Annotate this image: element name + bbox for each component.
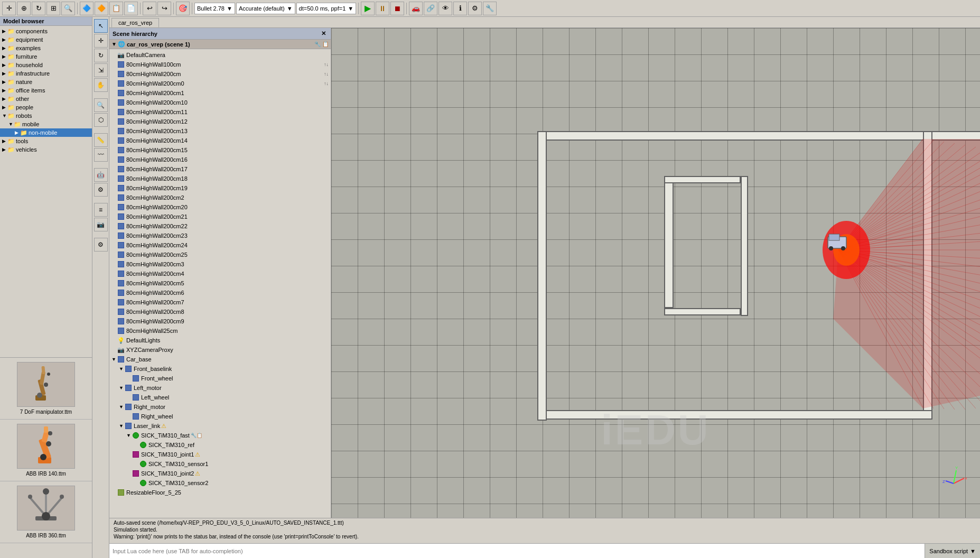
toolbar-btn-add-object[interactable]: 🔷 <box>80 2 94 15</box>
toolbar-btn-rotate[interactable]: ↻ <box>32 2 45 15</box>
scene-item-80cmHighWall200cm1[interactable]: 80cmHighWall200cm1 <box>109 88 331 98</box>
toolbar-btn-cursor[interactable]: ✛ <box>2 2 16 15</box>
tree-item-mobile[interactable]: ▼📁mobile <box>0 120 92 128</box>
robot-item-abb360[interactable]: ABB IRB 360.ttm <box>0 481 92 543</box>
scene-item-80cmHighWall200cm11[interactable]: 80cmHighWall200cm11 <box>109 107 331 117</box>
scene-tree[interactable]: 📷DefaultCamera80cmHighWall100cm↑↓80cmHig… <box>109 49 331 518</box>
tree-item-vehicles[interactable]: ▶📁vehicles <box>0 145 92 154</box>
scene-item-80cmHighWall200cm3[interactable]: 80cmHighWall200cm3 <box>109 259 331 269</box>
tree-item-infrastructure[interactable]: ▶📁infrastructure <box>0 69 92 78</box>
scene-item-80cmHighWall200cm7[interactable]: 80cmHighWall200cm7 <box>109 297 331 307</box>
tree-item-office-items[interactable]: ▶📁office items <box>0 86 92 95</box>
scene-item-80cmHighWall200cm0[interactable]: 80cmHighWall200cm0↑↓ <box>109 79 331 88</box>
scene-item-80cmHighWall200cm15[interactable]: 80cmHighWall200cm15 <box>109 145 331 155</box>
scene-item-Right_motor[interactable]: ▼Right_motor <box>109 402 331 412</box>
toolbar-btn-info[interactable]: ℹ <box>453 2 467 15</box>
scene-item-80cmHighWall200cm19[interactable]: 80cmHighWall200cm19 <box>109 183 331 193</box>
scene-item-DefaultCamera[interactable]: 📷DefaultCamera <box>109 50 331 60</box>
scene-item-SICK_TiM310_joint2[interactable]: SICK_TiM310_joint2⚠ <box>109 469 331 478</box>
scene-item-SICK_TiM310_fast[interactable]: ▼SICK_TiM310_fast🔧📋 <box>109 431 331 440</box>
scene-root-row[interactable]: ▼ 🌐 car_ros_vrep (scene 1) 🔧 📋 <box>109 40 331 49</box>
scene-item-80cmHighWall200cm22[interactable]: 80cmHighWall200cm22 <box>109 221 331 231</box>
lua-code-input[interactable] <box>109 544 925 558</box>
main-viewport[interactable]: Selected objects: 0 Simulation time: 00:… <box>331 28 980 518</box>
tree-item-nature[interactable]: ▶📁nature <box>0 78 92 86</box>
scene-item-SICK_TiM310_ref[interactable]: SICK_TiM310_ref <box>109 440 331 450</box>
tree-item-non-mobile[interactable]: ▶📁non-mobile <box>0 128 92 137</box>
scene-item-80cmHighWall200cm4[interactable]: 80cmHighWall200cm4 <box>109 269 331 278</box>
toolbar-bullet-dropdown[interactable]: Bullet 2.78 ▼ <box>194 3 235 14</box>
toolbar-stop-btn[interactable]: ⏹ <box>390 2 404 15</box>
icon-btn-move[interactable]: ✛ <box>94 34 108 48</box>
tree-item-components[interactable]: ▶📁components <box>0 27 92 35</box>
scene-item-80cmHighWall200cm8[interactable]: 80cmHighWall200cm8 <box>109 307 331 317</box>
toolbar-btn-settings[interactable]: ⚙ <box>468 2 482 15</box>
toolbar-btn-undo[interactable]: ↩ <box>143 2 156 15</box>
scene-hierarchy-close[interactable]: ✕ <box>320 30 328 38</box>
scene-item-80cmHighWall200cm9[interactable]: 80cmHighWall200cm9 <box>109 317 331 326</box>
toolbar-btn-select[interactable]: 🔍 <box>61 2 75 15</box>
tree-item-examples[interactable]: ▶📁examples <box>0 44 92 52</box>
scene-item-Left_motor[interactable]: ▼Left_motor <box>109 383 331 393</box>
icon-btn-camera[interactable]: 📷 <box>94 218 108 231</box>
scene-item-80cmHighWall200cm17[interactable]: 80cmHighWall200cm17 <box>109 164 331 174</box>
icon-btn-rotate[interactable]: ↻ <box>94 49 108 62</box>
icon-btn-settings2[interactable]: ⚙ <box>94 238 108 252</box>
toolbar-btn-move[interactable]: ⊕ <box>17 2 31 15</box>
scene-item-SICK_TiM310_sensor2[interactable]: SICK_TiM310_sensor2 <box>109 478 331 488</box>
tree-item-furniture[interactable]: ▶📁furniture <box>0 52 92 61</box>
scene-item-Front_baselink[interactable]: ▼Front_baselink <box>109 364 331 374</box>
scene-item-80cmHighWall200cm20[interactable]: 80cmHighWall200cm20 <box>109 202 331 212</box>
icon-btn-measure[interactable]: 📏 <box>94 133 108 147</box>
scene-item-80cmHighWall200cm6[interactable]: 80cmHighWall200cm6 <box>109 288 331 297</box>
toolbar-btn-ik[interactable]: 🔗 <box>424 2 437 15</box>
toolbar-btn-redo[interactable]: ↪ <box>157 2 171 15</box>
tree-item-people[interactable]: ▶📁people <box>0 103 92 111</box>
scene-item-80cmHighWall200cm[interactable]: 80cmHighWall200cm↑↓ <box>109 69 331 79</box>
icon-btn-zoom[interactable]: 🔍 <box>94 98 108 112</box>
toolbar-btn-extra[interactable]: 🔧 <box>483 2 497 15</box>
icon-btn-robot[interactable]: 🤖 <box>94 168 108 182</box>
model-browser-tree[interactable]: ▶📁components▶📁equipment▶📁examples▶📁furni… <box>0 26 92 357</box>
scene-item-80cmHighWall200cm23[interactable]: 80cmHighWall200cm23 <box>109 231 331 240</box>
scene-item-Right_wheel[interactable]: Right_wheel <box>109 412 331 421</box>
scene-item-80cmHighWall200cm25[interactable]: 80cmHighWall200cm25 <box>109 250 331 259</box>
tree-item-household[interactable]: ▶📁household <box>0 61 92 69</box>
scene-item-SICK_TiM310_joint1[interactable]: SICK_TiM310_joint1⚠ <box>109 450 331 459</box>
icon-btn-layers[interactable]: ≡ <box>94 203 108 217</box>
robot-item-7dof[interactable]: 7 DoF manipulator.ttm <box>0 358 92 420</box>
scene-item-Laser_link[interactable]: ▼Laser_link⚠ <box>109 421 331 431</box>
robot-item-abb140[interactable]: ABB IRB 140.ttm <box>0 420 92 481</box>
scene-item-XYZCameraProxy[interactable]: 📷XYZCameraProxy <box>109 345 331 355</box>
toolbar-btn-copy[interactable]: 📄 <box>124 2 138 15</box>
icon-btn-dynamics[interactable]: ⚙ <box>94 183 108 197</box>
scene-item-80cmHighWall200cm2[interactable]: 80cmHighWall200cm2 <box>109 193 331 202</box>
tree-item-equipment[interactable]: ▶📁equipment <box>0 35 92 44</box>
toolbar-play-btn[interactable]: ▶ <box>361 2 375 15</box>
scene-item-80cmHighWall200cm24[interactable]: 80cmHighWall200cm24 <box>109 240 331 250</box>
toolbar-accurate-dropdown[interactable]: Accurate (default) ▼ <box>236 3 295 14</box>
toolbar-btn-target[interactable]: 🎯 <box>176 2 190 15</box>
icon-btn-cursor[interactable]: ↖ <box>94 19 108 33</box>
scene-item-80cmHighWall200cm18[interactable]: 80cmHighWall200cm18 <box>109 174 331 183</box>
scene-item-DefaultLights[interactable]: 💡DefaultLights <box>109 336 331 345</box>
scene-item-80cmHighWall200cm5[interactable]: 80cmHighWall200cm5 <box>109 278 331 288</box>
scene-item-80cmHighWall200cm12[interactable]: 80cmHighWall200cm12 <box>109 117 331 126</box>
tree-item-other[interactable]: ▶📁other <box>0 95 92 103</box>
icon-btn-path[interactable]: 〰 <box>94 148 108 162</box>
toolbar-pause-btn[interactable]: ⏸ <box>376 2 389 15</box>
scene-item-80cmHighWall200cm10[interactable]: 80cmHighWall200cm10 <box>109 98 331 107</box>
scene-item-80cmHighWall100cm[interactable]: 80cmHighWall100cm↑↓ <box>109 60 331 69</box>
icon-btn-pan[interactable]: ✋ <box>94 78 108 92</box>
scene-item-80cmHighWall200cm13[interactable]: 80cmHighWall200cm13 <box>109 126 331 136</box>
icon-btn-3d[interactable]: ⬡ <box>94 113 108 127</box>
scene-item-Left_wheel[interactable]: Left_wheel <box>109 393 331 402</box>
scene-item-SICK_TiM310_sensor1[interactable]: SICK_TiM310_sensor1 <box>109 459 331 469</box>
tab-car-ros-vrep[interactable]: car_ros_vrep <box>111 18 159 27</box>
scene-item-80cmHighWall200cm16[interactable]: 80cmHighWall200cm16 <box>109 155 331 164</box>
toolbar-btn-scale[interactable]: ⊞ <box>46 2 60 15</box>
scene-item-Front_wheel[interactable]: Front_wheel <box>109 374 331 383</box>
toolbar-btn-car[interactable]: 🚗 <box>409 2 423 15</box>
scene-item-80cmHighWall25cm[interactable]: 80cmHighWall25cm <box>109 326 331 336</box>
icon-btn-scale[interactable]: ⇲ <box>94 63 108 77</box>
